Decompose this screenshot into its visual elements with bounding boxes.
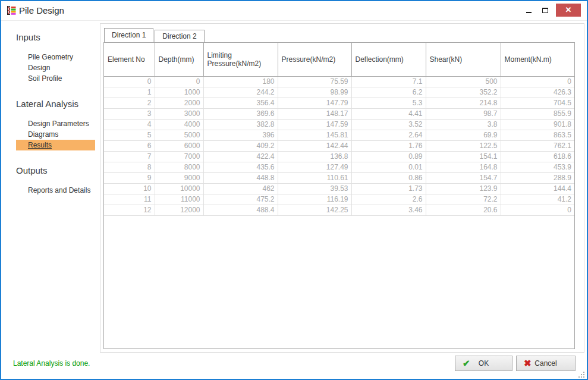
column-header-shear[interactable]: Shear(kN) (426, 43, 501, 76)
table-cell[interactable]: 448.8 (203, 172, 278, 183)
table-cell[interactable]: 3.8 (426, 119, 501, 130)
table-cell[interactable]: 3.46 (351, 205, 426, 215)
table-cell[interactable]: 1.76 (351, 140, 426, 151)
table-cell[interactable]: 2.6 (351, 194, 426, 205)
table-cell[interactable]: 6 (104, 140, 155, 151)
table-cell[interactable]: 180 (203, 76, 278, 87)
sidebar-item-diagrams[interactable]: Diagrams (16, 129, 95, 140)
table-cell[interactable]: 5000 (155, 130, 203, 140)
column-header-deflection[interactable]: Deflection(mm) (351, 43, 426, 76)
column-header-limiting-pressure[interactable]: Limiting Pressure(kN/m2) (203, 43, 278, 76)
table-cell[interactable]: 41.2 (501, 194, 574, 205)
table-cell[interactable]: 0 (501, 205, 574, 215)
table-cell[interactable]: 3.52 (351, 119, 426, 130)
table-cell[interactable]: 8000 (155, 162, 203, 172)
table-cell[interactable]: 762.1 (501, 140, 574, 151)
table-cell[interactable]: 10000 (155, 183, 203, 194)
table-cell[interactable]: 369.6 (203, 108, 278, 119)
sidebar-item-soil-profile[interactable]: Soil Profile (16, 73, 95, 84)
table-cell[interactable]: 5.3 (351, 98, 426, 108)
table-cell[interactable]: 7 (104, 151, 155, 162)
table-cell[interactable]: 122.5 (426, 140, 501, 151)
table-cell[interactable]: 244.2 (203, 87, 278, 98)
table-cell[interactable]: 5 (104, 130, 155, 140)
table-cell[interactable]: 136.8 (278, 151, 351, 162)
table-row[interactable]: 101000046239.531.73123.9144.4 (104, 183, 574, 194)
sidebar-item-design[interactable]: Design (16, 62, 95, 73)
table-cell[interactable]: 20.6 (426, 205, 501, 215)
minimize-button[interactable] (520, 4, 537, 17)
table-cell[interactable]: 154.7 (426, 172, 501, 183)
table-cell[interactable]: 214.8 (426, 98, 501, 108)
table-cell[interactable]: 4.41 (351, 108, 426, 119)
column-header-depth[interactable]: Depth(mm) (155, 43, 203, 76)
table-cell[interactable]: 901.8 (501, 119, 574, 130)
table-cell[interactable]: 12 (104, 205, 155, 215)
table-cell[interactable]: 11 (104, 194, 155, 205)
table-cell[interactable]: 288.9 (501, 172, 574, 183)
table-cell[interactable]: 7.1 (351, 76, 426, 87)
table-cell[interactable]: 147.59 (278, 119, 351, 130)
table-cell[interactable]: 9 (104, 172, 155, 183)
table-cell[interactable]: 154.1 (426, 151, 501, 162)
cancel-button[interactable]: ✖ Cancel (516, 356, 576, 371)
table-cell[interactable]: 164.8 (426, 162, 501, 172)
table-row[interactable]: 0018075.597.15000 (104, 76, 574, 87)
table-row[interactable]: 1111000475.2116.192.672.241.2 (104, 194, 574, 205)
table-cell[interactable]: 98.99 (278, 87, 351, 98)
table-cell[interactable]: 426.3 (501, 87, 574, 98)
tab-direction-2[interactable]: Direction 2 (155, 30, 204, 42)
table-cell[interactable]: 147.79 (278, 98, 351, 108)
sidebar-item-results[interactable]: Results (16, 140, 95, 150)
table-row[interactable]: 11000244.298.996.2352.2426.3 (104, 87, 574, 98)
table-cell[interactable]: 0 (104, 76, 155, 87)
table-cell[interactable]: 0.86 (351, 172, 426, 183)
table-cell[interactable]: 142.44 (278, 140, 351, 151)
table-cell[interactable]: 1000 (155, 87, 203, 98)
table-row[interactable]: 99000448.8110.610.86154.7288.9 (104, 172, 574, 183)
table-cell[interactable]: 435.6 (203, 162, 278, 172)
table-row[interactable]: 55000396145.812.6469.9863.5 (104, 130, 574, 140)
table-cell[interactable]: 123.9 (426, 183, 501, 194)
table-cell[interactable]: 8 (104, 162, 155, 172)
table-cell[interactable]: 10 (104, 183, 155, 194)
table-cell[interactable]: 2 (104, 98, 155, 108)
table-cell[interactable]: 704.5 (501, 98, 574, 108)
table-cell[interactable]: 422.4 (203, 151, 278, 162)
column-header-pressure[interactable]: Pressure(kN/m2) (278, 43, 351, 76)
table-cell[interactable]: 453.9 (501, 162, 574, 172)
table-cell[interactable]: 72.2 (426, 194, 501, 205)
table-cell[interactable]: 2000 (155, 98, 203, 108)
table-cell[interactable]: 863.5 (501, 130, 574, 140)
table-row[interactable]: 44000382.8147.593.523.8901.8 (104, 119, 574, 130)
table-cell[interactable]: 409.2 (203, 140, 278, 151)
table-row[interactable]: 66000409.2142.441.76122.5762.1 (104, 140, 574, 151)
column-header-element-no[interactable]: Element No (104, 43, 155, 76)
sidebar-item-pile-geometry[interactable]: Pile Geometry (16, 52, 95, 62)
title-bar[interactable]: Pile Design ✕ (1, 1, 587, 21)
table-cell[interactable]: 69.9 (426, 130, 501, 140)
table-cell[interactable]: 3000 (155, 108, 203, 119)
table-cell[interactable]: 148.17 (278, 108, 351, 119)
table-cell[interactable]: 145.81 (278, 130, 351, 140)
table-cell[interactable]: 2.64 (351, 130, 426, 140)
table-cell[interactable]: 1 (104, 87, 155, 98)
table-cell[interactable]: 3 (104, 108, 155, 119)
table-cell[interactable]: 475.2 (203, 194, 278, 205)
table-cell[interactable]: 1.73 (351, 183, 426, 194)
sidebar-item-design-parameters[interactable]: Design Parameters (16, 118, 95, 129)
table-row[interactable]: 77000422.4136.80.89154.1618.6 (104, 151, 574, 162)
table-cell[interactable]: 0 (155, 76, 203, 87)
table-cell[interactable]: 7000 (155, 151, 203, 162)
table-cell[interactable]: 396 (203, 130, 278, 140)
table-cell[interactable]: 855.9 (501, 108, 574, 119)
resize-grip[interactable] (578, 370, 585, 377)
table-row[interactable]: 1212000488.4142.253.4620.60 (104, 205, 574, 215)
table-cell[interactable]: 4000 (155, 119, 203, 130)
table-cell[interactable]: 4 (104, 119, 155, 130)
table-cell[interactable]: 127.49 (278, 162, 351, 172)
table-cell[interactable]: 0.01 (351, 162, 426, 172)
table-cell[interactable]: 0.89 (351, 151, 426, 162)
table-cell[interactable]: 500 (426, 76, 501, 87)
table-row[interactable]: 33000369.6148.174.4198.7855.9 (104, 108, 574, 119)
